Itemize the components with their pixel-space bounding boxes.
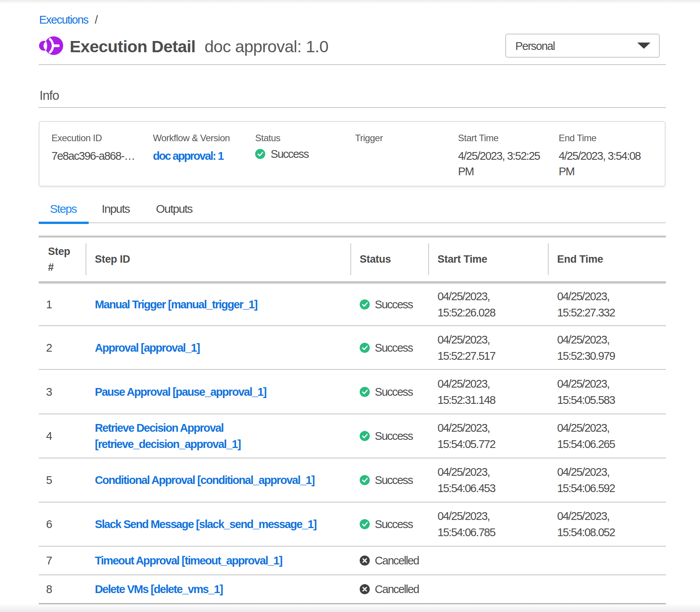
execution-info-card: Execution ID7e8ac396-a868-…Workflow & Ve… [39,121,666,186]
info-field-trigger: Trigger [355,133,458,186]
tab-inputs[interactable]: Inputs [88,202,144,222]
step-status-cell: Cancelled [350,552,428,569]
step-id-cell: Retrieve Decision Approval[retrieve_deci… [86,420,350,452]
page-title-main: Execution Detail [70,37,196,56]
tab-outputs[interactable]: Outputs [144,202,205,222]
step-id-link[interactable]: Pause Approval [pause_approval_1] [95,384,350,400]
step-number: 6 [39,516,86,532]
step-start-time: 04/25/2023,15:54:05.772 [428,420,548,452]
active-tab-underline [39,222,89,224]
step-start-time: 04/25/2023,15:54:06.785 [428,508,548,540]
step-id-cell: Delete VMs [delete_vms_1] [86,581,350,597]
top-edge-shadow [0,0,700,4]
step-status-cell: Success [350,516,428,532]
col-header-text: Status [350,251,391,267]
info-value: 7e8ac396-a868-… [51,148,144,164]
info-label: Execution ID [51,133,153,144]
info-value-status: Success [255,146,348,162]
success-check-icon [360,475,370,485]
steps-table-header: Step#Step IDStatusStart TimeEnd Time [39,236,666,284]
info-label: Workflow & Version [153,133,255,144]
col-header-text: Start Time [428,251,487,267]
step-id-link[interactable]: Conditional Approval [conditional_approv… [95,472,350,488]
step-id-link[interactable]: Retrieve Decision Approval[retrieve_deci… [95,420,350,452]
header-divider [39,64,666,65]
step-row-3: 3Pause Approval [pause_approval_1]Succes… [39,370,666,414]
col-header-step-: Step# [39,238,86,281]
success-check-icon [255,149,265,159]
step-status-text: Success [375,384,413,400]
step-start-time: 04/25/2023,15:52:27.517 [428,332,548,364]
tab-steps[interactable]: Steps [39,202,88,222]
step-number: 2 [39,340,86,356]
step-start-time: 04/25/2023,15:52:31.148 [428,376,548,408]
tab-bar: StepsInputsOutputs [39,202,205,222]
info-status-text: Success [271,146,309,162]
step-number: 1 [39,296,86,313]
success-check-icon [360,299,370,309]
info-field-end-time: End Time4/25/2023, 3:54:08 PM [559,133,660,186]
col-header-text: Step ID [86,251,130,267]
step-id-cell: Manual Trigger [manual_trigger_1] [86,296,350,313]
info-value-link[interactable]: doc approval: 1 [153,148,246,164]
step-id-link[interactable]: Approval [approval_1] [95,340,350,356]
info-section-heading: Info [39,88,59,103]
step-end-time: 04/25/2023,15:54:06.592 [548,464,666,496]
info-field-start-time: Start Time4/25/2023, 3:52:25 PM [458,133,559,186]
info-label: Start Time [458,133,559,144]
step-end-time: 04/25/2023,15:52:27.332 [548,288,666,321]
steps-table: Step#Step IDStatusStart TimeEnd Time 1Ma… [39,236,666,604]
cancelled-x-icon [360,584,370,594]
info-label: Trigger [355,133,458,144]
step-number: 5 [39,472,86,488]
step-id-link[interactable]: Timeout Approval [timeout_approval_1] [95,552,350,569]
step-end-time: 04/25/2023,15:54:08.052 [548,508,666,540]
step-number: 3 [39,384,86,400]
workspace-dropdown[interactable]: Personal [505,34,660,58]
info-divider [39,107,666,108]
step-id-cell: Timeout Approval [timeout_approval_1] [86,552,350,569]
success-check-icon [360,519,370,529]
step-status-text: Cancelled [375,581,419,597]
info-label: Status [255,133,355,144]
execution-detail-page: Executions/ Execution Detail doc approva… [0,0,700,612]
step-status-text: Cancelled [375,552,419,569]
step-row-1: 1Manual Trigger [manual_trigger_1]Succes… [39,284,666,326]
info-value: 4/25/2023, 3:52:25 PM [458,148,551,179]
success-check-icon [360,387,370,397]
workflow-logo-icon [38,36,63,57]
step-row-4: 4Retrieve Decision Approval[retrieve_dec… [39,414,666,458]
page-title: Execution Detail doc approval: 1.0 [70,37,328,56]
tabs-baseline [39,222,666,223]
step-end-time: 04/25/2023,15:54:06.265 [548,420,666,452]
step-status-text: Success [375,472,413,488]
col-header-text: End Time [548,251,603,267]
step-id-link[interactable]: Delete VMs [delete_vms_1] [95,581,350,597]
breadcrumb-link-executions[interactable]: Executions [39,14,88,26]
step-number: 7 [39,552,86,569]
step-start-time: 04/25/2023,15:52:26.028 [428,288,548,321]
chevron-down-icon [637,43,650,49]
step-status-text: Success [375,428,413,444]
col-header-step-id: Step ID [86,238,350,281]
bottom-edge-shadow [0,603,700,612]
step-status-text: Success [375,516,413,532]
step-id-cell: Slack Send Message [slack_send_message_1… [86,516,350,532]
step-status-cell: Success [350,340,428,356]
step-row-8: 8Delete VMs [delete_vms_1]Cancelled [39,575,666,604]
step-number: 8 [39,581,86,597]
col-header-end-time: End Time [548,238,666,281]
step-id-link[interactable]: Slack Send Message [slack_send_message_1… [95,516,350,532]
step-start-time: 04/25/2023,15:54:06.453 [428,464,548,496]
step-row-2: 2Approval [approval_1]Success04/25/2023,… [39,326,666,370]
step-status-cell: Success [350,384,428,400]
step-id-link[interactable]: Manual Trigger [manual_trigger_1] [95,296,350,313]
step-end-time: 04/25/2023,15:54:05.583 [548,376,666,408]
info-field-status: StatusSuccess [255,133,355,186]
info-field-execution-id: Execution ID7e8ac396-a868-… [51,133,153,186]
step-number: 4 [39,428,86,444]
step-status-cell: Success [350,296,428,313]
col-header-start-time: Start Time [428,238,548,281]
page-title-workflow: doc approval: 1.0 [204,37,328,56]
cancelled-x-icon [360,556,370,566]
